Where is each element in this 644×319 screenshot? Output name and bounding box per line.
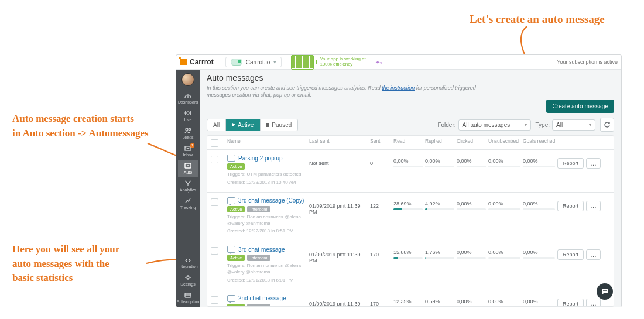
row-name[interactable]: 3rd chat message	[227, 246, 307, 253]
row-last-sent: Not sent	[309, 155, 368, 166]
site-switcher[interactable]: Carrrot.io ▾	[225, 57, 282, 67]
pct-cell: 0,00%	[457, 155, 486, 167]
sidebar-item-leads[interactable]: Leads	[178, 125, 198, 142]
pct-cell: 0,00%	[523, 295, 555, 307]
page-title: Auto messages	[207, 73, 614, 83]
instruction-link[interactable]: the instruction	[382, 85, 415, 91]
integration-icon	[184, 256, 192, 263]
report-button[interactable]: Report	[557, 249, 584, 260]
pct-cell: 0,00%	[425, 155, 454, 167]
report-button[interactable]: Report	[557, 158, 584, 169]
pct-cell: 15,88%	[393, 246, 423, 259]
report-button[interactable]: Report	[557, 201, 584, 211]
row-name[interactable]: 2nd chat message	[227, 295, 307, 302]
tab-active-label: Active	[238, 122, 254, 128]
refresh-button[interactable]	[600, 118, 614, 132]
pct-cell: 0,00%	[457, 295, 486, 307]
pause-icon	[266, 123, 269, 127]
status-pill: Active	[227, 206, 245, 212]
row-name[interactable]: 3rd chat message (Copy)	[227, 197, 307, 204]
svg-point-1	[186, 128, 188, 131]
row-checkbox[interactable]	[211, 247, 218, 255]
more-button[interactable]: …	[586, 158, 601, 169]
pct-cell: 0,00%	[488, 197, 520, 210]
topbar: Carrrot Carrrot.io ▾ Your app is working…	[176, 55, 621, 70]
leads-icon	[184, 127, 192, 134]
brand-name: Carrrot	[190, 58, 214, 66]
sidebar-item-dashboard[interactable]: Dashboard	[178, 90, 198, 107]
row-sent: 170	[370, 295, 391, 307]
status-pill: Intercom	[247, 304, 270, 307]
row-name[interactable]: Parsing 2 pop up	[227, 155, 307, 162]
sidebar-item-analytics[interactable]: Analytics	[178, 177, 198, 195]
row-name-cell: 2nd chat messageActiveIntercomTriggers: …	[227, 295, 307, 307]
type-filter-label: Type:	[536, 122, 550, 128]
sparkle-icon[interactable]: ✦▾	[375, 59, 382, 66]
sidebar-item-live[interactable]: Live	[178, 107, 198, 125]
chat-icon	[601, 287, 609, 296]
pct-cell: 0,00%	[488, 295, 520, 307]
svg-point-5	[187, 276, 189, 279]
table-row: 3rd chat messageActiveIntercomTriggers: …	[207, 241, 614, 290]
analytics-icon	[184, 180, 192, 187]
table-row: Parsing 2 pop upActiveTriggers: UTM para…	[207, 150, 614, 193]
chat-fab[interactable]	[597, 283, 613, 300]
battery-icon	[291, 55, 314, 70]
row-sent: 170	[370, 246, 391, 258]
avatar[interactable]	[181, 73, 194, 86]
select-all-checkbox[interactable]	[211, 139, 218, 147]
pct-cell: 4,92%	[425, 197, 454, 210]
sidebar-item-integration[interactable]: Integration	[177, 254, 200, 272]
col-goals: Goals reached	[523, 138, 555, 144]
col-name: Name	[227, 138, 307, 144]
svg-point-2	[189, 128, 190, 130]
page-description: In this section you can create and see t…	[207, 84, 482, 98]
type-select[interactable]: All▾	[552, 119, 595, 131]
status-pill: Intercom	[247, 255, 270, 261]
pct-cell: 0,00%	[523, 197, 555, 210]
folder-select[interactable]: All auto messages▾	[458, 119, 531, 131]
annotation-list-line1: Here you will see all your	[12, 243, 119, 255]
folder-filter: Folder: All auto messages▾	[437, 119, 530, 131]
row-checkbox[interactable]	[211, 296, 218, 304]
status-pill: Active	[227, 304, 245, 307]
sidebar-item-label: Settings	[180, 282, 195, 286]
status-pill: Active	[227, 255, 245, 261]
svg-point-7	[603, 290, 604, 291]
tracking-icon	[184, 197, 192, 204]
row-triggers: Triggers: Поп ап появился @alena @valery…	[227, 263, 307, 276]
sidebar-item-subscription[interactable]: Subscription	[177, 289, 200, 307]
sidebar-item-inbox[interactable]: Inbox1	[178, 142, 198, 160]
more-button[interactable]: …	[586, 249, 601, 260]
tab-active[interactable]: Active	[226, 119, 260, 131]
row-sent: 0	[370, 155, 391, 166]
row-actions: Report…	[557, 155, 610, 169]
app-body: DashboardLiveLeadsInbox1AutoAnalyticsTra…	[176, 70, 621, 307]
status-pill: Intercom	[247, 206, 270, 212]
status-tabs: All Active Paused	[207, 119, 298, 131]
col-unsubscribed: Unsubscribed	[488, 138, 520, 144]
svg-point-8	[604, 290, 605, 291]
sidebar-item-auto[interactable]: Auto	[178, 160, 198, 177]
row-checkbox[interactable]	[211, 198, 218, 206]
svg-point-9	[605, 290, 607, 291]
main-panel: Auto messages In this section you can cr…	[200, 70, 621, 307]
report-button[interactable]: Report	[557, 299, 584, 307]
sidebar-item-tracking[interactable]: Tracking	[178, 195, 198, 212]
row-last-sent: 01/09/2019 pmt 11:39 PM	[309, 295, 368, 307]
table-row: 2nd chat messageActiveIntercomTriggers: …	[207, 290, 614, 307]
more-button[interactable]: …	[586, 299, 601, 307]
row-actions: Report…	[557, 197, 610, 211]
row-last-sent: 01/09/2019 pmt 11:39 PM	[309, 197, 368, 215]
row-sent: 122	[370, 197, 391, 209]
tab-paused[interactable]: Paused	[260, 119, 298, 131]
tab-all[interactable]: All	[207, 119, 226, 131]
type-filter: Type: All▾	[536, 119, 595, 131]
sidebar-item-settings[interactable]: Settings	[177, 272, 200, 289]
row-checkbox[interactable]	[211, 156, 218, 163]
brand[interactable]: Carrrot	[180, 58, 214, 66]
more-button[interactable]: …	[586, 201, 601, 211]
tab-paused-label: Paused	[272, 122, 292, 128]
efficiency-indicator: Your app is working at 100% efficiency	[291, 55, 365, 70]
create-auto-message-button[interactable]: Create auto message	[546, 100, 614, 113]
